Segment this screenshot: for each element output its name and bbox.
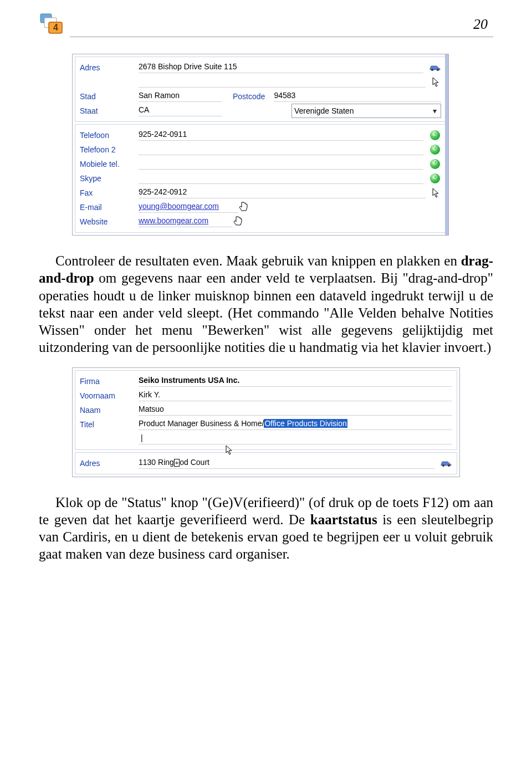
phone2-label: Telefoon 2 — [80, 145, 135, 154]
svg-point-6 — [442, 464, 444, 467]
call-icon[interactable] — [429, 173, 441, 183]
svg-point-7 — [448, 464, 450, 467]
phone-input[interactable]: 925-242-0911 — [139, 130, 423, 141]
cursor-arrow-icon — [431, 188, 441, 198]
state-input[interactable]: CA — [139, 105, 222, 116]
state-label: Staat — [80, 106, 135, 115]
skype-input[interactable] — [139, 173, 423, 184]
phone2-input[interactable] — [139, 144, 423, 155]
lastname-input[interactable]: Matsuo — [139, 405, 452, 416]
call-icon[interactable] — [429, 130, 441, 140]
drag-cursor-icon — [225, 445, 237, 457]
firm-label: Firma — [80, 377, 135, 386]
website-link[interactable]: www.boomgear.com — [139, 216, 233, 227]
drag-insertion-marker: + — [174, 459, 180, 467]
firstname-input[interactable]: Kirk Y. — [139, 390, 452, 401]
address2-input[interactable]: 1130 Ring+od Court — [139, 458, 434, 469]
email-label: E-mail — [80, 203, 135, 212]
postcode-input[interactable]: 94583 — [274, 91, 441, 102]
cursor-arrow-icon — [431, 77, 441, 87]
identity-group: Firma Seiko Instruments USA Inc. Voornaa… — [75, 370, 457, 450]
address-input[interactable]: 2678 Bishop Drive Suite 115 — [139, 62, 423, 73]
car-icon[interactable] — [440, 458, 452, 468]
contact-form-panel: Adres 2678 Bishop Drive Suite 115 Stad S… — [72, 54, 449, 236]
app-logo-icon: 4 — [39, 11, 65, 38]
name-form-panel: Firma Seiko Instruments USA Inc. Voornaa… — [72, 367, 460, 477]
address2-label: Adres — [80, 459, 135, 468]
firstname-label: Voornaam — [80, 391, 135, 400]
call-icon[interactable] — [429, 145, 441, 155]
title-label: Titel — [80, 420, 135, 429]
call-icon[interactable] — [429, 159, 441, 169]
lastname-label: Naam — [80, 406, 135, 415]
chevron-down-icon: ▾ — [431, 107, 438, 115]
header-divider — [70, 37, 493, 37]
phone-label: Telefoon — [80, 131, 135, 140]
svg-text:4: 4 — [53, 23, 58, 32]
mobile-label: Mobiele tel. — [80, 160, 135, 168]
mobile-input[interactable] — [139, 158, 423, 170]
city-input[interactable]: San Ramon — [139, 91, 222, 102]
paragraph-2: Klok op de "Status" knop "(Ge)V(erifieer… — [39, 494, 493, 563]
svg-point-4 — [431, 69, 433, 71]
hand-cursor-icon — [238, 201, 250, 214]
fax-label: Fax — [80, 188, 135, 197]
address-group-2: Adres 1130 Ring+od Court — [75, 452, 457, 474]
scrollbar[interactable] — [445, 54, 448, 235]
email-link[interactable]: young@boomgear.com — [139, 202, 238, 213]
fax-input[interactable]: 925-242-0912 — [139, 187, 426, 198]
page-number: 20 — [473, 16, 488, 33]
selected-text: Office Products Division — [264, 419, 347, 428]
hand-cursor-icon — [233, 215, 245, 228]
title-line2-input[interactable]: | — [139, 433, 452, 444]
address-line2-input[interactable] — [139, 76, 426, 88]
postcode-label: Postcode — [225, 92, 270, 101]
contact-group: Telefoon 925-242-0911 Telefoon 2 Mobiele… — [75, 124, 446, 233]
address-group: Adres 2678 Bishop Drive Suite 115 Stad S… — [75, 57, 446, 122]
paragraph-1: Controleer de resultaten even. Maak gebr… — [39, 252, 493, 356]
firm-input[interactable]: Seiko Instruments USA Inc. — [139, 376, 452, 387]
title-input[interactable]: Product Manager Business & Home/Office P… — [139, 419, 452, 430]
city-label: Stad — [80, 92, 135, 101]
website-label: Website — [80, 217, 135, 226]
car-icon[interactable] — [429, 63, 441, 73]
country-combo[interactable]: Verenigde Staten ▾ — [291, 104, 441, 118]
svg-point-5 — [437, 69, 439, 71]
country-value: Verenigde Staten — [294, 106, 354, 115]
skype-label: Skype — [80, 174, 135, 183]
address-label: Adres — [80, 63, 135, 72]
